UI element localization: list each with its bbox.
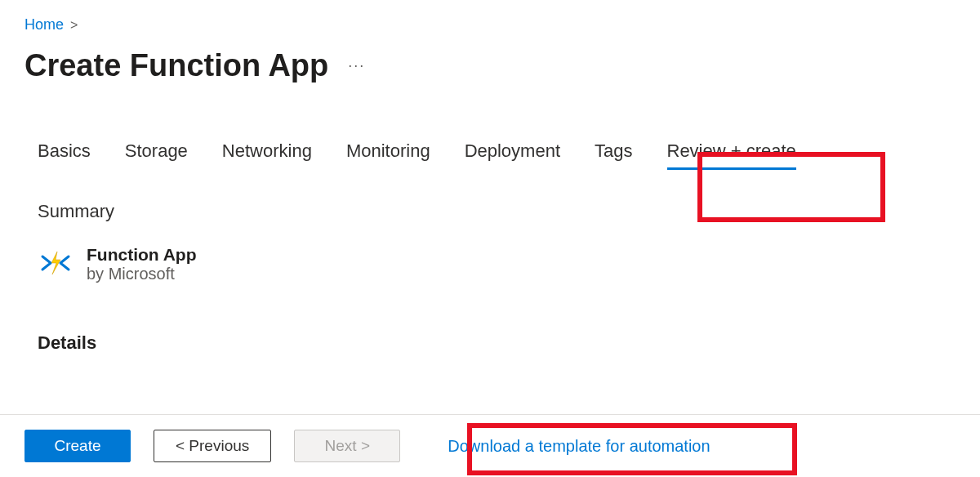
summary-product-info: Function App by Microsoft: [87, 245, 197, 283]
tab-review-create[interactable]: Review + create: [667, 140, 796, 168]
chevron-right-icon: >: [70, 18, 78, 33]
tab-deployment[interactable]: Deployment: [465, 140, 560, 168]
product-publisher: by Microsoft: [87, 265, 197, 283]
tab-networking[interactable]: Networking: [222, 140, 312, 168]
create-button[interactable]: Create: [24, 430, 131, 462]
product-name: Function App: [87, 245, 197, 265]
tabs: Basics Storage Networking Monitoring Dep…: [24, 140, 956, 168]
title-row: Create Function App ···: [24, 48, 956, 83]
page-title: Create Function App: [24, 48, 328, 83]
footer: Create < Previous Next > Download a temp…: [0, 414, 980, 477]
breadcrumb-home[interactable]: Home: [24, 16, 64, 33]
breadcrumb: Home >: [24, 16, 956, 33]
tab-tags[interactable]: Tags: [595, 140, 632, 168]
summary-product: Function App by Microsoft: [24, 245, 956, 283]
next-button: Next >: [294, 430, 400, 462]
details-heading: Details: [24, 332, 956, 354]
download-template-link[interactable]: Download a template for automation: [448, 437, 710, 456]
summary-heading: Summary: [24, 201, 956, 222]
tab-basics[interactable]: Basics: [38, 140, 91, 168]
tab-monitoring[interactable]: Monitoring: [346, 140, 430, 168]
function-app-icon: [38, 245, 74, 281]
previous-button[interactable]: < Previous: [154, 430, 271, 462]
tab-storage[interactable]: Storage: [125, 140, 188, 168]
more-icon[interactable]: ···: [348, 57, 365, 74]
